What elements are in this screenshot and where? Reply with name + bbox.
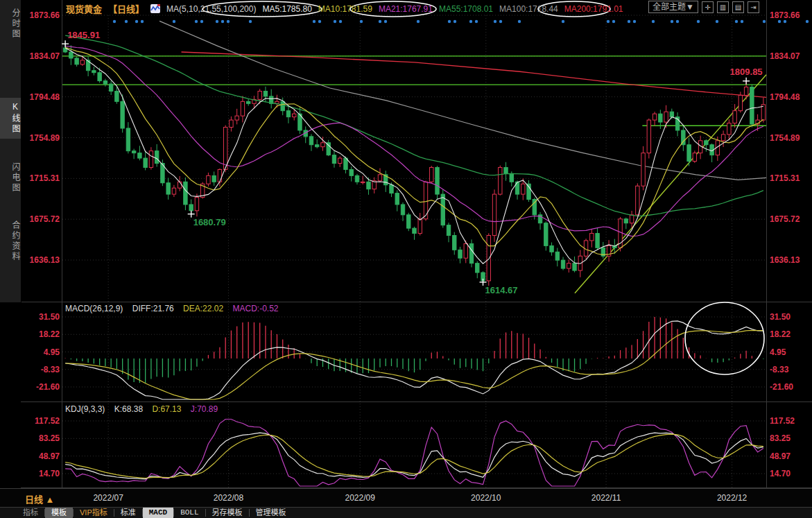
axis-label: 1754.89: [770, 133, 811, 143]
app-window: 1845.911809.851680.791614.67 分时图K线图闪电图合约…: [0, 0, 812, 518]
tab-另存模板[interactable]: 另存模板: [206, 508, 249, 518]
crosshair-icon[interactable]: ✛: [702, 1, 714, 13]
axis-label: 83.25: [770, 433, 811, 443]
ma200-value: MA200:1791.01: [564, 4, 623, 14]
axis-label: 1794.48: [24, 92, 60, 102]
axis-label: 1834.07: [24, 51, 60, 61]
ma55-value: MA55:1708.01: [439, 4, 493, 14]
axis-label: 4.95: [770, 347, 811, 357]
axis-label: 1675.72: [770, 214, 811, 224]
axis-label: 1715.31: [24, 173, 60, 183]
kdj-d-value: D:67.13: [152, 404, 181, 414]
macd-diff-value: DIFF:21.76: [132, 304, 174, 313]
axis-label: 18.22: [770, 329, 811, 339]
month-label: 2022/11: [582, 493, 630, 503]
tab-标准[interactable]: 标准: [114, 508, 142, 518]
ma-group-label: MA(5,10,21,55,100,200): [166, 4, 256, 14]
axis-label: 31.50: [770, 312, 811, 322]
period-tag: 【日线】: [108, 2, 144, 15]
toolbar-actions: 全部主题▼ ✛ ▥ ▤ ⇥: [648, 1, 759, 13]
axis-label: -8.33: [24, 365, 60, 374]
axis-label: 31.50: [24, 312, 60, 322]
sidebar-item-3[interactable]: 合约资料: [0, 216, 21, 266]
axis-label: 14.70: [24, 469, 60, 478]
ma100-value: MA100:1718.44: [499, 4, 558, 14]
axis-label: 48.97: [770, 451, 811, 461]
legend-row: 现货黄金 【日线】 MA(5,10,21,55,100,200) MA5:178…: [66, 2, 623, 15]
axis-label: 1754.89: [24, 133, 60, 143]
macd-header: MACD(26,12,9) DIFF:21.76 DEA:22.02 MACD:…: [65, 304, 286, 313]
axis-label: -8.33: [770, 365, 811, 374]
month-label: 2022/12: [708, 493, 757, 503]
axis-label: 1636.13: [24, 255, 60, 265]
macd-title: MACD(26,12,9): [65, 304, 123, 313]
axis-label: 1715.31: [770, 173, 811, 183]
axis-label: 18.22: [24, 329, 60, 339]
ma10-value: MA10:1781.59: [318, 4, 372, 14]
ma5-value: MA5:1785.80: [262, 4, 311, 14]
top-toolbar: 现货黄金 【日线】 MA(5,10,21,55,100,200) MA5:178…: [21, 0, 812, 15]
tab-VIP指标[interactable]: VIP指标: [74, 508, 114, 518]
axis-label: 48.97: [24, 451, 60, 461]
price-annotation: 1845.91: [67, 30, 100, 40]
scale-axis-icon[interactable]: ▤: [732, 1, 744, 13]
kdj-title: KDJ(9,3,3): [65, 404, 105, 414]
tab-BOLL[interactable]: BOLL: [174, 508, 205, 518]
price-chart-canvas[interactable]: 1845.911809.851680.791614.67: [0, 0, 812, 518]
month-label: 2022/08: [204, 493, 252, 503]
symbol-name: 现货黄金: [66, 2, 102, 15]
kdj-k-value: K:68.38: [114, 404, 143, 414]
axis-label: 1675.72: [24, 214, 60, 224]
axis-label: 1636.13: [770, 255, 811, 265]
tab-MACD[interactable]: MACD: [143, 508, 173, 518]
sidebar-item-0[interactable]: 分时图: [0, 4, 21, 44]
layout-panes-icon[interactable]: ▥: [717, 1, 729, 13]
sidebar-item-1[interactable]: K线图: [0, 98, 21, 139]
axis-label: -21.60: [24, 382, 60, 392]
month-label: 2022/07: [84, 493, 132, 503]
axis-label: -21.60: [770, 382, 811, 392]
axis-label: 4.95: [24, 347, 60, 357]
kdj-header: KDJ(9,3,3) K:68.38 D:67.13 J:70.89: [65, 404, 225, 414]
time-axis-bar: 日线 ▲ 2022/072022/082022/092022/102022/11…: [0, 488, 812, 508]
axis-label: 14.70: [770, 469, 811, 478]
month-label: 2022/09: [336, 493, 384, 503]
period-selector[interactable]: 日线 ▲: [25, 492, 54, 506]
axis-label: 1834.07: [770, 51, 811, 61]
tab-管理模板[interactable]: 管理模板: [250, 508, 293, 518]
indicator-tab-bar: 指标模板VIP指标标准MACDBOLL另存模板管理模板: [0, 507, 812, 518]
price-annotation: 1680.79: [193, 217, 226, 227]
month-label: 2022/10: [462, 493, 510, 503]
ma21-value: MA21:1767.91: [379, 4, 433, 14]
price-annotation: 1614.67: [485, 285, 518, 295]
axis-label: 1794.48: [770, 92, 811, 102]
axis-label: 117.52: [770, 416, 811, 426]
axis-label: 117.52: [24, 416, 60, 426]
collapse-panel-icon[interactable]: ⇥: [748, 1, 759, 13]
sidebar-item-list: 分时图K线图闪电图合约资料: [0, 0, 21, 302]
macd-dea-value: DEA:22.02: [183, 304, 223, 313]
kdj-j-value: J:70.89: [191, 404, 218, 414]
tab-模板[interactable]: 模板: [45, 508, 73, 518]
left-sidebar: 分时图K线图闪电图合约资料: [0, 0, 21, 518]
macd-hist-value: MACD:-0.52: [232, 304, 278, 313]
price-annotation: 1809.85: [730, 67, 763, 77]
tab-指标[interactable]: 指标: [17, 508, 44, 518]
themes-dropdown-button[interactable]: 全部主题▼: [648, 1, 698, 13]
sidebar-item-2[interactable]: 闪电图: [0, 158, 21, 198]
axis-label: 83.25: [24, 433, 60, 443]
kline-chart-icon: [150, 4, 160, 13]
